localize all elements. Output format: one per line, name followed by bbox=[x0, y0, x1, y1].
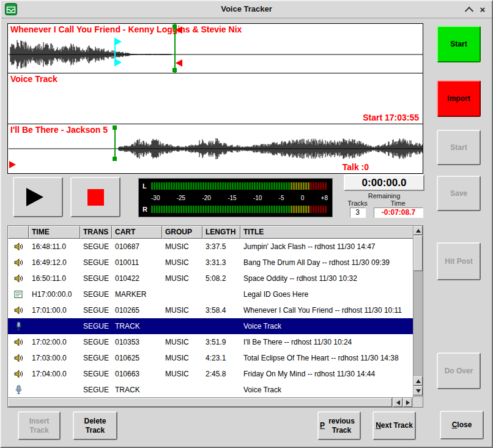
insert-track-button[interactable]: Insert Track bbox=[18, 411, 61, 440]
cell-trans: SEGUE bbox=[80, 274, 112, 283]
cell-length: 3:31.3 bbox=[202, 258, 240, 267]
timer-panel: 0:00:00.0 Remaining Tracks 3 Time -0:07:… bbox=[344, 174, 424, 222]
audio-level-meter: L -30-25-20-15-10-50+8 R bbox=[138, 178, 333, 217]
next-track-button[interactable]: Next Track bbox=[373, 411, 416, 440]
column-header-trans[interactable]: TRANS bbox=[80, 226, 112, 239]
arrow-left-icon bbox=[396, 400, 400, 405]
playlist-row[interactable]: 17:04:00.0SEGUE010663MUSIC2:45.8Friday O… bbox=[8, 366, 423, 382]
track1-waveform[interactable] bbox=[9, 37, 423, 72]
cell-cart: 010663 bbox=[112, 370, 162, 378]
track2-title: Voice Track bbox=[10, 74, 57, 84]
vertical-scrollbar-thumb[interactable] bbox=[413, 236, 423, 271]
column-header-icon[interactable] bbox=[8, 226, 29, 239]
do-over-button[interactable]: Do Over bbox=[437, 353, 481, 389]
playlist-row[interactable]: 16:49:12.0SEGUE010011MUSIC3:31.3Bang The… bbox=[8, 255, 423, 271]
speaker-icon bbox=[8, 242, 29, 252]
marker-handle-bottom[interactable] bbox=[113, 157, 117, 161]
scroll-down-button[interactable] bbox=[413, 386, 423, 395]
horizontal-scrollbar[interactable] bbox=[8, 397, 413, 407]
marker-icon bbox=[8, 289, 29, 299]
cell-trans: SEGUE bbox=[80, 322, 112, 330]
window-title: Voice Tracker bbox=[1, 4, 492, 13]
cell-group: MUSIC bbox=[162, 338, 202, 346]
track-panel-2[interactable]: Voice Track Start 17:03:55 bbox=[8, 73, 423, 124]
start-play-button[interactable]: Start bbox=[437, 130, 481, 165]
cell-cart: MARKER bbox=[112, 290, 162, 299]
meter-right-label: R bbox=[143, 206, 151, 213]
cell-trans: SEGUE bbox=[80, 242, 112, 251]
fade-marker-top-icon[interactable] bbox=[176, 26, 182, 34]
fade-marker-bottom-icon[interactable] bbox=[176, 59, 182, 67]
scroll-right-button[interactable] bbox=[403, 398, 412, 407]
cell-length: 3:58.4 bbox=[202, 306, 240, 315]
cell-trans: SEGUE bbox=[80, 370, 112, 378]
stop-button[interactable] bbox=[70, 177, 120, 217]
segue-marker-handle-top[interactable] bbox=[115, 38, 122, 45]
save-button[interactable]: Save bbox=[437, 176, 481, 211]
cell-trans: SEGUE bbox=[80, 290, 112, 299]
segue-marker-handle-bottom[interactable] bbox=[115, 59, 122, 66]
hit-post-button[interactable]: Hit Post bbox=[437, 242, 481, 280]
chevron-up-icon bbox=[465, 6, 473, 15]
cell-cart: 010687 bbox=[112, 242, 162, 251]
track2-start-time: Start 17:03:55 bbox=[363, 113, 419, 122]
column-header-group[interactable]: GROUP bbox=[162, 226, 202, 239]
column-header-title[interactable]: TITLE bbox=[240, 226, 423, 239]
close-button[interactable]: Close bbox=[440, 411, 484, 439]
tracks-label: Tracks bbox=[344, 200, 371, 207]
scrollbar-corner bbox=[413, 397, 423, 407]
arrow-right-icon bbox=[406, 400, 410, 405]
shade-button[interactable] bbox=[464, 4, 475, 15]
cell-group: MUSIC bbox=[162, 354, 202, 362]
cell-title: Voice Track bbox=[240, 386, 423, 394]
cell-title: Bang The Drum All Day -- rdhost 11/30 09… bbox=[240, 258, 423, 267]
meter-scale-label: -30 bbox=[151, 194, 160, 202]
previous-track-button[interactable]: Previous Track bbox=[317, 411, 361, 440]
playlist-header-row: TIMETRANSCARTGROUPLENGTHTITLE bbox=[8, 226, 423, 239]
meter-bar-left bbox=[151, 182, 328, 190]
play-button[interactable] bbox=[13, 177, 63, 217]
playlist-row[interactable]: 16:50:11.0SEGUE010422MUSIC5:08.2Space Od… bbox=[8, 271, 423, 286]
playlist-row[interactable]: 17:01:00.0SEGUE010265MUSIC3:58.4Whenever… bbox=[8, 302, 423, 318]
playlist-row[interactable]: H17:00:00.0SEGUEMARKERLegal ID Goes Here bbox=[8, 286, 423, 302]
scroll-up-button-2[interactable] bbox=[413, 376, 423, 386]
meter-scale-label: -20 bbox=[202, 194, 210, 202]
playlist-row[interactable]: 16:48:11.0SEGUE010687MUSIC3:37.5Jumpin' … bbox=[8, 239, 423, 255]
playlist-row[interactable]: 17:02:00.0SEGUE010353MUSIC3:51.9I'll Be … bbox=[8, 334, 423, 350]
column-header-length[interactable]: LENGTH bbox=[202, 226, 240, 239]
cell-group: MUSIC bbox=[162, 258, 202, 267]
titlebar[interactable]: Voice Tracker × bbox=[1, 1, 492, 18]
talk-marker-icon[interactable] bbox=[9, 161, 16, 168]
scroll-left-button[interactable] bbox=[393, 398, 402, 407]
marker-handle-bottom[interactable] bbox=[172, 68, 177, 72]
import-button[interactable]: Import bbox=[437, 80, 481, 117]
tracks-remaining-value: 3 bbox=[350, 207, 366, 218]
close-window-button[interactable]: × bbox=[477, 4, 488, 15]
delete-track-button[interactable]: Delete Track bbox=[73, 411, 117, 440]
cell-length: 5:08.2 bbox=[202, 274, 240, 283]
track3-waveform[interactable] bbox=[9, 136, 423, 161]
column-header-cart[interactable]: CART bbox=[112, 226, 162, 239]
marker-handle-top[interactable] bbox=[113, 125, 117, 130]
track3-title: I'll Be There - Jackson 5 bbox=[10, 125, 108, 135]
cell-time: H17:00:00.0 bbox=[29, 290, 80, 299]
cell-time: 17:01:00.0 bbox=[29, 306, 80, 315]
playlist-row[interactable]: SEGUETRACKVoice Track bbox=[8, 382, 423, 397]
column-header-time[interactable]: TIME bbox=[29, 226, 80, 239]
close-icon: × bbox=[480, 5, 486, 14]
playlist-row[interactable]: SEGUETRACKVoice Track bbox=[8, 318, 423, 334]
scroll-up-button[interactable] bbox=[413, 226, 423, 235]
track-panel-3[interactable]: I'll Be There - Jackson 5 Talk :0 bbox=[8, 124, 423, 173]
track3-start-marker[interactable] bbox=[114, 125, 116, 161]
vertical-scrollbar[interactable] bbox=[413, 226, 423, 397]
playlist-row[interactable]: 17:03:00.0SEGUE010625MUSIC4:23.1Total Ec… bbox=[8, 350, 423, 366]
start-record-button[interactable]: Start bbox=[437, 26, 481, 62]
cell-group: MUSIC bbox=[162, 306, 202, 315]
cell-cart: 010353 bbox=[112, 338, 162, 346]
horizontal-scrollbar-thumb[interactable] bbox=[8, 398, 392, 407]
meter-scale-label: +8 bbox=[321, 194, 328, 202]
arrow-down-icon bbox=[416, 389, 421, 393]
track-panel-1[interactable]: Whenever I Call You Friend - Kenny Loggi… bbox=[8, 24, 423, 73]
time-remaining-value: -0:07:08.7 bbox=[374, 207, 423, 218]
meter-left-label: L bbox=[143, 182, 151, 190]
